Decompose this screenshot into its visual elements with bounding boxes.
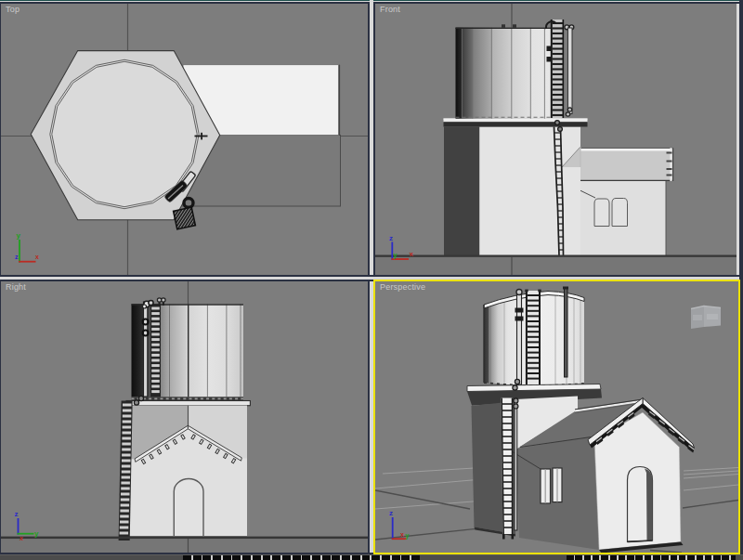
svg-text:z: z	[15, 254, 19, 260]
svg-text:y: y	[394, 252, 398, 259]
svg-text:x: x	[35, 254, 39, 260]
svg-text:z: z	[15, 510, 19, 518]
svg-text:z: z	[389, 234, 393, 242]
svg-text:y: y	[406, 532, 410, 540]
svg-text:x: x	[20, 535, 23, 541]
svg-text:z: z	[389, 509, 393, 517]
svg-text:y: y	[17, 231, 21, 240]
svg-text:y: y	[34, 529, 39, 538]
svg-text:x: x	[400, 531, 404, 538]
svg-text:x: x	[410, 250, 414, 258]
